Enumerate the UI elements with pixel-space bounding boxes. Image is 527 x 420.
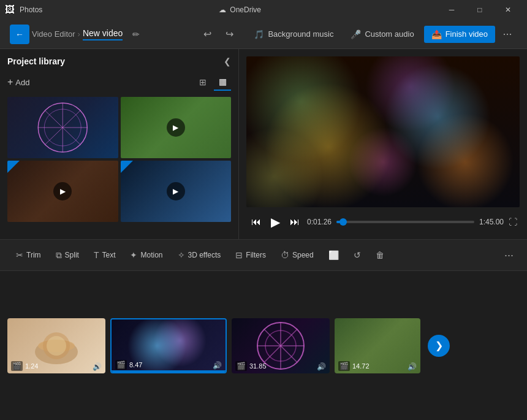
custom-audio-button[interactable]: 🎤 Custom audio bbox=[343, 26, 421, 43]
clip-audio-icon-coffee: 🔊 bbox=[93, 362, 102, 371]
title-bar-controls: ─ □ ✕ bbox=[438, 0, 522, 20]
corner-mark-food bbox=[7, 161, 20, 173]
onedrive-area: ☁ OneDrive bbox=[219, 6, 261, 14]
speed-button[interactable]: ⏱ Speed bbox=[275, 246, 320, 264]
play-overlay-food: ▶ bbox=[53, 182, 72, 200]
media-thumb-ice[interactable]: ▶ bbox=[121, 161, 232, 222]
crop-button[interactable]: ⬜ bbox=[322, 246, 345, 264]
trim-label: Trim bbox=[26, 251, 41, 259]
grid-view-icon: ⊞ bbox=[199, 77, 207, 87]
fullscreen-button[interactable]: ⛶ bbox=[509, 217, 517, 227]
finish-video-button[interactable]: 📤 Finish video bbox=[424, 26, 495, 43]
rotate-button[interactable]: ↺ bbox=[347, 246, 367, 264]
undo-icon: ↩ bbox=[203, 28, 211, 40]
media-grid-scroll: ▶ ▶ ▶ bbox=[7, 97, 231, 226]
clip-audio-icon-bokeh: 🔊 bbox=[213, 361, 222, 370]
rewind-button[interactable]: ⏮ bbox=[249, 214, 264, 230]
background-music-label: Background music bbox=[268, 29, 333, 39]
motion-button[interactable]: ✦ Motion bbox=[124, 246, 169, 264]
clip-selected-indicator bbox=[112, 370, 226, 372]
video-preview bbox=[246, 56, 520, 207]
music-icon: 🎵 bbox=[254, 29, 264, 39]
preview-area: ⏮ ▶ ⏭ 0:01.26 1:45.00 ⛶ bbox=[239, 49, 527, 239]
library-header: Project library ❮ bbox=[7, 56, 231, 66]
app-icon: 🖼 bbox=[5, 4, 15, 15]
media-thumb-grass[interactable]: ▶ bbox=[121, 97, 232, 158]
clip-type-icon-coffee: 🎬 bbox=[11, 361, 23, 371]
filters-button[interactable]: ⊟ Filters bbox=[229, 246, 272, 264]
clip-audio-icon-ferris: 🔊 bbox=[317, 362, 326, 371]
nav-next-icon: ❯ bbox=[435, 340, 443, 351]
project-library: Project library ❮ + Add ⊞ ▦ bbox=[0, 49, 239, 239]
split-icon: ⧉ bbox=[56, 250, 62, 261]
close-button[interactable]: ✕ bbox=[494, 0, 522, 20]
timeline-clip-coffee[interactable]: 🎬 1.24 🔊 bbox=[7, 318, 105, 373]
add-media-button[interactable]: + Add bbox=[7, 77, 29, 88]
clip-type-icon-ferris: 🎬 bbox=[235, 361, 247, 371]
clip-duration-animal: 14.72 bbox=[352, 362, 370, 370]
timeline-next-button[interactable]: ❯ bbox=[428, 335, 450, 357]
edit-more-button[interactable]: ··· bbox=[501, 245, 517, 265]
library-title: Project library bbox=[7, 56, 65, 66]
delete-icon: 🗑 bbox=[376, 250, 384, 260]
preview-controls: ⏮ ▶ ⏭ 0:01.26 1:45.00 ⛶ bbox=[246, 212, 520, 232]
speed-label: Speed bbox=[292, 251, 314, 259]
undo-button[interactable]: ↩ bbox=[197, 25, 217, 44]
title-bar-left: 🖼 Photos bbox=[5, 4, 42, 15]
rotate-icon: ↺ bbox=[354, 250, 361, 260]
redo-button[interactable]: ↪ bbox=[219, 25, 239, 44]
fullscreen-icon: ⛶ bbox=[509, 217, 517, 227]
text-label: Text bbox=[102, 251, 115, 259]
play-button[interactable]: ▶ bbox=[268, 212, 282, 232]
title-bar: 🖼 Photos ☁ OneDrive ─ □ ✕ bbox=[0, 0, 527, 20]
add-label: Add bbox=[15, 78, 29, 87]
fast-forward-icon: ⏭ bbox=[290, 216, 300, 227]
app-title: Photos bbox=[20, 6, 42, 14]
clip-audio-icon-animal: 🔊 bbox=[408, 362, 417, 371]
timeline-clip-animal[interactable]: 🎬 14.72 🔊 bbox=[335, 318, 420, 373]
speed-icon: ⏱ bbox=[281, 250, 289, 260]
finish-video-label: Finish video bbox=[445, 29, 488, 39]
view-toggle: ⊞ ▦ bbox=[194, 74, 231, 91]
clip-type-icon-bokeh: 🎬 bbox=[115, 360, 127, 370]
minimize-button[interactable]: ─ bbox=[438, 0, 466, 20]
play-icon: ▶ bbox=[271, 215, 280, 229]
bokeh-background bbox=[246, 56, 520, 207]
breadcrumb: Video Editor › New video bbox=[32, 28, 123, 40]
trim-button[interactable]: ✂ Trim bbox=[10, 246, 47, 264]
progress-dot bbox=[339, 218, 347, 226]
media-thumb-ferris[interactable] bbox=[7, 97, 118, 158]
progress-bar[interactable] bbox=[336, 221, 474, 223]
delete-button[interactable]: 🗑 bbox=[370, 246, 390, 264]
timeline: 🎬 1.24 🔊 🎬 8.47 🔊 🎬 31.85 bbox=[0, 271, 527, 420]
clip-info-ferris: 🎬 31.85 bbox=[235, 361, 267, 371]
breadcrumb-parent: Video Editor bbox=[32, 29, 75, 39]
fast-forward-button[interactable]: ⏭ bbox=[287, 214, 302, 230]
text-icon: T bbox=[94, 250, 99, 260]
rename-icon[interactable]: ✏ bbox=[132, 29, 140, 39]
background-music-button[interactable]: 🎵 Background music bbox=[246, 26, 341, 43]
motion-label: Motion bbox=[140, 251, 162, 259]
text-button[interactable]: T Text bbox=[88, 246, 122, 264]
media-thumb-food[interactable]: ▶ bbox=[7, 161, 118, 222]
split-label: Split bbox=[65, 251, 79, 259]
3d-effects-button[interactable]: ✧ 3D effects bbox=[172, 246, 227, 264]
back-button[interactable]: ← bbox=[10, 25, 29, 44]
total-time: 1:45.00 bbox=[479, 218, 504, 226]
library-collapse-button[interactable]: ❮ bbox=[224, 56, 231, 66]
toolbar-more-button[interactable]: ··· bbox=[498, 25, 517, 44]
more-icon: ··· bbox=[502, 28, 512, 40]
timeline-clip-bokeh[interactable]: 🎬 8.47 🔊 bbox=[110, 318, 227, 373]
grid-view-button[interactable]: ⊞ bbox=[194, 74, 211, 91]
audio-icon: 🎤 bbox=[351, 29, 361, 39]
3d-icon: ✧ bbox=[178, 250, 185, 260]
list-view-button[interactable]: ▦ bbox=[214, 74, 231, 91]
crop-icon: ⬜ bbox=[328, 250, 339, 260]
breadcrumb-separator: › bbox=[78, 29, 80, 39]
timeline-clip-ferris[interactable]: 🎬 31.85 🔊 bbox=[232, 318, 330, 373]
svg-point-9 bbox=[47, 336, 66, 356]
split-button[interactable]: ⧉ Split bbox=[50, 246, 85, 264]
breadcrumb-current: New video bbox=[83, 28, 123, 40]
maximize-button[interactable]: □ bbox=[466, 0, 494, 20]
media-grid: ▶ ▶ ▶ bbox=[7, 97, 231, 222]
